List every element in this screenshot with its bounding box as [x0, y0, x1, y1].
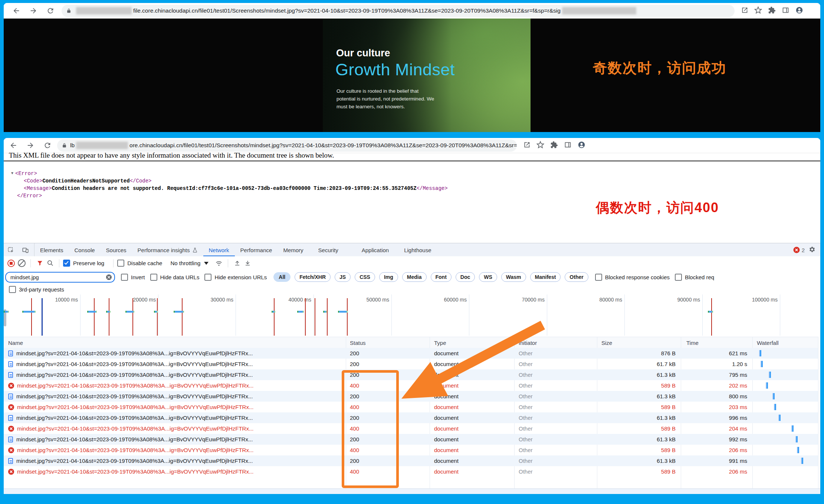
tab-memory[interactable]: Memory	[278, 243, 309, 257]
request-row[interactable]: mindset.jpg?sv=2021-04-10&st=2023-09-19T…	[4, 380, 818, 391]
cell-size: 61.7 kB	[597, 359, 681, 369]
column-header-status[interactable]: Status	[350, 337, 426, 348]
request-row[interactable]: mindset.jpg?sv=2021-04-10&st=2023-09-19T…	[4, 466, 818, 477]
blocked-requests-checkbox[interactable]	[675, 274, 682, 281]
bookmark-star-icon[interactable]	[754, 6, 762, 16]
address-bar[interactable]: lb ore.chinacloudapi.cn/file01/test01/Sc…	[57, 139, 517, 152]
back-icon[interactable]	[9, 141, 18, 150]
search-icon[interactable]	[45, 258, 55, 269]
request-row[interactable]: mindset.jpg?sv=2021-04-10&st=2023-09-19T…	[4, 423, 818, 434]
profile-avatar[interactable]	[795, 6, 803, 16]
tab-performance-insights[interactable]: Performance insights	[132, 243, 203, 257]
column-header-time[interactable]: Time	[686, 337, 748, 348]
filter-chip-other[interactable]: Other	[565, 272, 588, 282]
filter-chip-all[interactable]: All	[273, 272, 290, 282]
disable-cache-checkbox[interactable]	[117, 260, 124, 267]
import-har-icon[interactable]	[232, 258, 242, 269]
filter-chip-js[interactable]: JS	[335, 272, 351, 282]
filter-chip-manifest[interactable]: Manifest	[530, 272, 561, 282]
network-conditions-icon[interactable]	[214, 258, 224, 269]
request-row[interactable]: mindset.jpg?sv=2021-04-10&st=2023-09-19T…	[4, 455, 818, 466]
hide-data-urls-checkbox[interactable]	[150, 274, 157, 281]
column-header-name[interactable]: Name	[8, 337, 341, 348]
request-row[interactable]: mindset.jpg?sv=2021-04-10&st=2023-09-19T…	[4, 412, 818, 423]
filter-chip-media[interactable]: Media	[402, 272, 427, 282]
side-panel-icon[interactable]	[564, 141, 572, 150]
forward-icon[interactable]	[29, 6, 38, 15]
tab-console[interactable]: Console	[69, 243, 101, 257]
third-party-checkbox[interactable]	[9, 286, 16, 293]
request-row[interactable]: mindset.jpg?sv=2021-04-10&st=2023-09-19T…	[4, 434, 818, 445]
document-icon	[8, 458, 13, 464]
network-overview-timeline[interactable]: 10000 ms20000 ms30000 ms40000 ms50000 ms…	[4, 294, 820, 336]
share-icon[interactable]	[523, 141, 531, 150]
filter-chip-wasm[interactable]: Wasm	[501, 272, 526, 282]
back-icon[interactable]	[12, 6, 21, 15]
request-row[interactable]: mindset.jpg?sv=2021-04-10&st=2023-09-19T…	[4, 369, 818, 380]
xml-line-error-open[interactable]: ▼<Error>	[11, 170, 448, 177]
record-network-log-icon[interactable]	[6, 258, 16, 269]
bookmark-star-icon[interactable]	[536, 141, 544, 150]
column-header-size[interactable]: Size	[601, 337, 676, 348]
filter-funnel-icon[interactable]	[35, 258, 45, 269]
request-row[interactable]: mindset.jpg?sv=2021-04-10&st=2023-09-19T…	[4, 402, 818, 412]
column-divider[interactable]	[818, 337, 818, 489]
forward-icon[interactable]	[26, 141, 35, 150]
request-row[interactable]: mindset.jpg?sv=2021-04-10&st=2023-09-19T…	[4, 391, 818, 402]
blocked-response-cookies-checkbox[interactable]	[595, 274, 602, 281]
profile-avatar[interactable]	[578, 141, 585, 150]
filter-chip-ws[interactable]: WS	[479, 272, 497, 282]
request-name-text: mindset.jpg?sv=2021-04-10&st=2023-09-19T…	[17, 425, 253, 432]
collapse-triangle-icon[interactable]: ▼	[11, 171, 13, 175]
cell-initiator: Other	[519, 445, 591, 455]
column-header-initiator[interactable]: Initiator	[519, 337, 593, 348]
filter-input[interactable]	[10, 274, 100, 281]
tab-performance[interactable]: Performance	[235, 243, 278, 257]
load-event-line	[327, 298, 328, 336]
tab-elements[interactable]: Elements	[35, 243, 69, 257]
inspect-element-icon[interactable]	[4, 243, 18, 257]
clear-filter-icon[interactable]	[106, 274, 112, 280]
tab-security[interactable]: Security	[313, 243, 344, 257]
timeline-tick-label: 70000 ms	[504, 297, 545, 303]
request-row[interactable]: mindset.jpg?sv=2021-04-10&st=2023-09-19T…	[4, 359, 818, 369]
timeline-gridline	[702, 294, 703, 336]
tab-network[interactable]: Network	[203, 243, 235, 257]
filter-chip-doc[interactable]: Doc	[456, 272, 475, 282]
export-har-icon[interactable]	[242, 258, 253, 269]
tab-lighthouse[interactable]: Lighthouse	[398, 243, 437, 257]
share-icon[interactable]	[741, 6, 748, 16]
extensions-puzzle-icon[interactable]	[768, 6, 776, 16]
tab-application[interactable]: Application	[356, 243, 394, 257]
console-error-badge[interactable]: 2	[793, 247, 805, 253]
request-row[interactable]: mindset.jpg?sv=2021-04-10&st=2023-09-19T…	[4, 445, 818, 455]
preserve-log-checkbox[interactable]	[63, 260, 70, 267]
filter-chip-css[interactable]: CSS	[355, 272, 375, 282]
column-header-waterfall[interactable]: Waterfall	[757, 337, 816, 348]
throttling-select[interactable]: No throttling	[170, 260, 200, 266]
clear-network-log-icon[interactable]	[16, 258, 27, 269]
cell-time: 800 ms	[681, 391, 752, 402]
tab-sources[interactable]: Sources	[101, 243, 132, 257]
hide-extension-urls-checkbox[interactable]	[204, 274, 211, 281]
chevron-down-icon[interactable]	[204, 262, 209, 265]
annotation-odd-success: 奇数次时，访问成功	[593, 59, 726, 78]
column-header-type[interactable]: Type	[434, 337, 510, 348]
table-header-row[interactable]: NameStatusTypeInitiatorSizeTimeWaterfall	[4, 337, 818, 349]
cell-initiator: Other	[519, 369, 591, 380]
filter-chip-fetch-xhr[interactable]: Fetch/XHR	[295, 272, 331, 282]
side-panel-icon[interactable]	[782, 6, 789, 16]
device-toolbar-icon[interactable]	[18, 243, 35, 257]
refresh-icon[interactable]	[43, 141, 52, 150]
filter-chip-font[interactable]: Font	[431, 272, 452, 282]
settings-gear-icon[interactable]	[808, 246, 816, 254]
request-marker	[297, 311, 304, 313]
waterfall-bar	[766, 382, 768, 389]
refresh-icon[interactable]	[46, 6, 55, 15]
filter-chip-img[interactable]: Img	[379, 272, 398, 282]
request-marker	[87, 311, 97, 313]
invert-checkbox[interactable]	[121, 274, 128, 281]
request-row[interactable]: mindset.jpg?sv=2021-04-10&st=2023-09-19T…	[4, 348, 818, 359]
extensions-puzzle-icon[interactable]	[550, 141, 558, 150]
address-bar[interactable]: file.core.chinacloudapi.cn/file01/test01…	[62, 5, 735, 17]
